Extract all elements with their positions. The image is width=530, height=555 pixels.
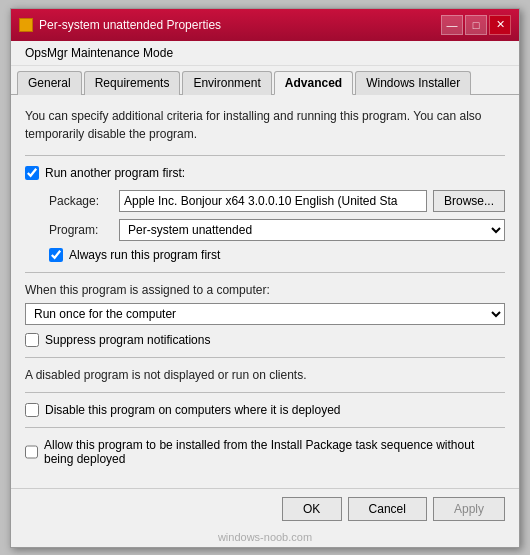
run-another-program-row: Run another program first: <box>25 166 505 180</box>
allow-install-row: Allow this program to be installed from … <box>25 438 505 466</box>
separator-2 <box>25 272 505 273</box>
window-icon <box>19 18 33 32</box>
run-another-program-checkbox[interactable] <box>25 166 39 180</box>
window-title: Per-system unattended Properties <box>39 18 221 32</box>
minimize-button[interactable]: — <box>441 15 463 35</box>
program-label: Program: <box>49 223 119 237</box>
disable-deploy-checkbox[interactable] <box>25 403 39 417</box>
title-bar-left: Per-system unattended Properties <box>19 18 221 32</box>
tab-general[interactable]: General <box>17 71 82 95</box>
suppress-label: Suppress program notifications <box>45 333 210 347</box>
tab-requirements[interactable]: Requirements <box>84 71 181 95</box>
run-another-program-label: Run another program first: <box>45 166 185 180</box>
always-run-checkbox[interactable] <box>49 248 63 262</box>
cancel-button[interactable]: Cancel <box>348 497 427 521</box>
separator-3 <box>25 357 505 358</box>
disable-deploy-row: Disable this program on computers where … <box>25 403 505 417</box>
tab-windows-installer[interactable]: Windows Installer <box>355 71 471 95</box>
separator-5 <box>25 427 505 428</box>
maximize-button[interactable]: □ <box>465 15 487 35</box>
watermark: windows-noob.com <box>11 529 519 547</box>
disable-deploy-label: Disable this program on computers where … <box>45 403 340 417</box>
main-window: Per-system unattended Properties — □ ✕ O… <box>10 8 520 548</box>
package-input[interactable] <box>119 190 427 212</box>
program-row: Program: Per-system unattended <box>25 219 505 241</box>
always-run-label: Always run this program first <box>69 248 220 262</box>
disabled-note: A disabled program is not displayed or r… <box>25 368 505 382</box>
tab-environment[interactable]: Environment <box>182 71 271 95</box>
menu-bar: OpsMgr Maintenance Mode <box>11 41 519 66</box>
allow-install-checkbox[interactable] <box>25 445 38 459</box>
suppress-row: Suppress program notifications <box>25 333 505 347</box>
suppress-checkbox[interactable] <box>25 333 39 347</box>
separator-4 <box>25 392 505 393</box>
bottom-bar: OK Cancel Apply <box>11 488 519 529</box>
title-controls: — □ ✕ <box>441 15 511 35</box>
separator-1 <box>25 155 505 156</box>
when-assigned-label: When this program is assigned to a compu… <box>25 283 505 297</box>
tab-content: You can specify additional criteria for … <box>11 95 519 488</box>
close-button[interactable]: ✕ <box>489 15 511 35</box>
package-row: Package: Browse... <box>25 190 505 212</box>
browse-button[interactable]: Browse... <box>433 190 505 212</box>
tab-advanced[interactable]: Advanced <box>274 71 353 95</box>
ok-button[interactable]: OK <box>282 497 342 521</box>
allow-install-label: Allow this program to be installed from … <box>44 438 505 466</box>
always-run-row: Always run this program first <box>25 248 505 262</box>
program-select[interactable]: Per-system unattended <box>119 219 505 241</box>
apply-button[interactable]: Apply <box>433 497 505 521</box>
tabs-row: General Requirements Environment Advance… <box>11 66 519 95</box>
description-text: You can specify additional criteria for … <box>25 107 505 143</box>
title-bar: Per-system unattended Properties — □ ✕ <box>11 9 519 41</box>
package-label: Package: <box>49 194 119 208</box>
when-assigned-select[interactable]: Run once for the computer <box>25 303 505 325</box>
menu-opsmgr[interactable]: OpsMgr Maintenance Mode <box>17 44 181 62</box>
